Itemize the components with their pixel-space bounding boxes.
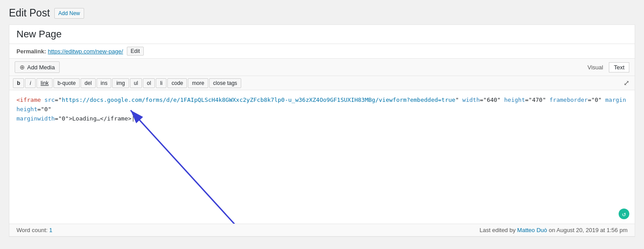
word-count-value: 1 bbox=[49, 227, 52, 233]
fullscreen-button[interactable]: ⤢ bbox=[622, 78, 631, 88]
add-media-button[interactable]: ⊕ Add Media bbox=[15, 61, 60, 73]
bold-btn[interactable]: b bbox=[13, 78, 24, 88]
li-btn[interactable]: li bbox=[156, 78, 166, 88]
code-content: <iframe src="https://docs.google.com/for… bbox=[16, 96, 628, 123]
ul-btn[interactable]: ul bbox=[130, 78, 142, 88]
svg-line-1 bbox=[131, 110, 247, 224]
circle-indicator[interactable]: ↺ bbox=[619, 209, 629, 219]
editor-footer: Word count: 1 Last edited by Matteo Duò … bbox=[9, 224, 635, 236]
formatting-buttons: b i link b-quote del ins img ul ol li co… bbox=[13, 78, 241, 88]
add-media-icon: ⊕ bbox=[20, 64, 25, 71]
tab-text[interactable]: Text bbox=[609, 62, 629, 72]
editor-formatting-bar: b i link b-quote del ins img ul ol li co… bbox=[9, 76, 635, 90]
post-editor-box: Permalink: https://editwp.com/new-page/ … bbox=[9, 24, 635, 237]
code-btn[interactable]: code bbox=[167, 78, 187, 88]
editor-toolbar-top: ⊕ Add Media Visual Text bbox=[9, 59, 635, 76]
img-btn[interactable]: img bbox=[112, 78, 129, 88]
page-header: Edit Post Add New bbox=[9, 7, 635, 19]
permalink-label: Permalink: bbox=[16, 48, 46, 55]
word-count: Word count: 1 bbox=[16, 227, 53, 233]
last-edited-suffix: on August 20, 2019 at 1:56 pm bbox=[549, 227, 628, 233]
del-btn[interactable]: del bbox=[81, 78, 96, 88]
last-edited-prefix: Last edited by bbox=[480, 227, 516, 233]
permalink-url[interactable]: https://editwp.com/new-page/ bbox=[48, 48, 123, 55]
tab-visual[interactable]: Visual bbox=[583, 62, 608, 72]
word-count-label: Word count: bbox=[16, 227, 48, 233]
more-btn[interactable]: more bbox=[188, 78, 208, 88]
add-media-label: Add Media bbox=[27, 64, 55, 71]
blockquote-btn[interactable]: b-quote bbox=[53, 78, 80, 88]
permalink-bar: Permalink: https://editwp.com/new-page/ … bbox=[9, 44, 635, 59]
page-title: Edit Post bbox=[9, 7, 50, 19]
link-btn[interactable]: link bbox=[36, 78, 53, 88]
editor-content-area: <iframe src="https://docs.google.com/for… bbox=[9, 90, 635, 224]
last-edited-name: Matteo Duò bbox=[517, 227, 547, 233]
post-title-area bbox=[9, 25, 635, 44]
ins-btn[interactable]: ins bbox=[97, 78, 111, 88]
close-tags-btn[interactable]: close tags bbox=[209, 78, 241, 88]
post-title-input[interactable] bbox=[16, 28, 628, 40]
ol-btn[interactable]: ol bbox=[143, 78, 155, 88]
permalink-edit-button[interactable]: Edit bbox=[127, 47, 144, 56]
last-edited: Last edited by Matteo Duò on August 20, … bbox=[480, 227, 628, 233]
italic-btn[interactable]: i bbox=[25, 78, 36, 88]
view-tabs: Visual Text bbox=[583, 62, 629, 72]
add-new-button[interactable]: Add New bbox=[54, 8, 84, 19]
